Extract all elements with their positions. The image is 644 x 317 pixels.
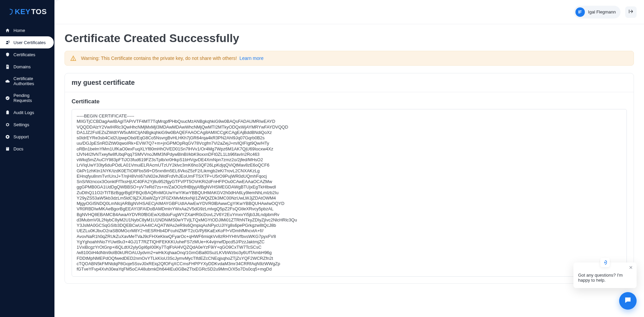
brand-text-1: KEY xyxy=(15,7,31,16)
brand-logo: KEYTOS xyxy=(0,0,54,24)
document-icon xyxy=(5,64,10,69)
chat-popover-badge xyxy=(600,258,610,267)
user-badge-icon xyxy=(5,40,10,45)
sidebar-item-pending-requests[interactable]: Pending Requests xyxy=(0,90,52,106)
svg-rect-1 xyxy=(8,41,9,42)
shield-icon xyxy=(6,8,13,15)
sidebar-item-label: User Certificates xyxy=(13,40,46,45)
svg-rect-6 xyxy=(7,110,8,111)
sidebar-item-label: Certificates xyxy=(13,52,35,57)
content: Certificate Created Successfully Warning… xyxy=(54,24,644,317)
warning-icon xyxy=(70,55,76,61)
warning-alert: Warning: This Certificate contains the p… xyxy=(65,51,634,66)
chat-popover-close[interactable]: ✕ xyxy=(628,265,634,271)
chat-icon xyxy=(624,296,632,306)
certificate-section-label: Certificate xyxy=(72,98,627,105)
topbar: IF Igal Flegmann xyxy=(54,0,644,24)
sidebar-item-label: Pending Requests xyxy=(13,93,48,103)
sidebar: KEYTOS Home User Certificates Certificat… xyxy=(0,0,54,317)
sidebar-item-label: Domains xyxy=(13,64,31,69)
main-area: IF Igal Flegmann Certificate Created Suc… xyxy=(54,0,644,317)
sidebar-item-user-certificates[interactable]: User Certificates xyxy=(0,36,54,48)
sidebar-item-docs[interactable]: Docs xyxy=(0,143,52,155)
svg-point-12 xyxy=(73,59,74,60)
certificate-name: my guest certificate xyxy=(65,73,634,92)
sidebar-item-label: Home xyxy=(13,28,25,33)
svg-point-0 xyxy=(6,41,8,42)
panel-body: Certificate -----BEGIN CERTIFICATE----- … xyxy=(65,92,634,283)
chat-popover-text: Got any questions? I'm happy to help. xyxy=(578,273,632,283)
sidebar-item-certificates[interactable]: Certificates xyxy=(0,48,52,61)
logout-icon xyxy=(628,9,634,15)
shield-small-icon xyxy=(5,52,10,57)
sidebar-item-label: Docs xyxy=(13,146,24,151)
sidebar-item-label: Support xyxy=(13,134,29,139)
clipboard-icon xyxy=(5,110,10,115)
certificate-panel: my guest certificate Certificate -----BE… xyxy=(65,73,634,284)
sidebar-item-label: Certificate Authorities xyxy=(13,76,48,86)
lifebuoy-icon xyxy=(5,134,10,139)
page-title: Certificate Created Successfully xyxy=(65,32,634,45)
alert-text: Warning: This Certificate contains the p… xyxy=(81,56,264,61)
book-icon xyxy=(5,146,10,151)
svg-rect-10 xyxy=(6,148,8,148)
logout-button[interactable] xyxy=(625,6,637,18)
sidebar-nav: Home User Certificates Certificates Doma… xyxy=(0,24,54,155)
user-name-label: Igal Flegmann xyxy=(588,9,616,14)
chat-launcher-button[interactable] xyxy=(619,292,637,310)
sidebar-item-settings[interactable]: Settings xyxy=(0,118,52,131)
svg-point-8 xyxy=(7,136,8,137)
user-menu[interactable]: IF Igal Flegmann xyxy=(574,6,620,19)
cloud-icon xyxy=(5,78,10,84)
svg-rect-9 xyxy=(6,147,9,150)
svg-point-4 xyxy=(5,96,9,100)
alert-message: Warning: This Certificate contains the p… xyxy=(81,56,237,61)
svg-rect-3 xyxy=(7,66,8,67)
close-icon: ✕ xyxy=(629,265,633,270)
certificate-textarea[interactable]: -----BEGIN CERTIFICATE----- MIIGTjCCBDag… xyxy=(72,109,627,277)
svg-rect-2 xyxy=(7,66,8,66)
brand-text-2: TOS xyxy=(31,7,47,16)
sidebar-item-label: Audit Logs xyxy=(13,110,34,115)
sidebar-item-home[interactable]: Home xyxy=(0,24,52,36)
check-circle-icon xyxy=(5,95,10,101)
chat-popover: ✕ Got any questions? I'm happy to help. xyxy=(573,262,637,288)
sidebar-item-certificate-authorities[interactable]: Certificate Authorities xyxy=(0,73,52,90)
home-icon xyxy=(5,28,10,33)
sidebar-item-support[interactable]: Support xyxy=(0,131,52,143)
sidebar-item-audit-logs[interactable]: Audit Logs xyxy=(0,106,52,118)
sidebar-item-domains[interactable]: Domains xyxy=(0,61,52,73)
svg-rect-5 xyxy=(6,111,9,114)
sidebar-item-label: Settings xyxy=(13,122,29,127)
avatar: IF xyxy=(575,7,585,17)
learn-more-link[interactable]: Learn more xyxy=(239,56,264,61)
gear-icon xyxy=(5,122,10,127)
